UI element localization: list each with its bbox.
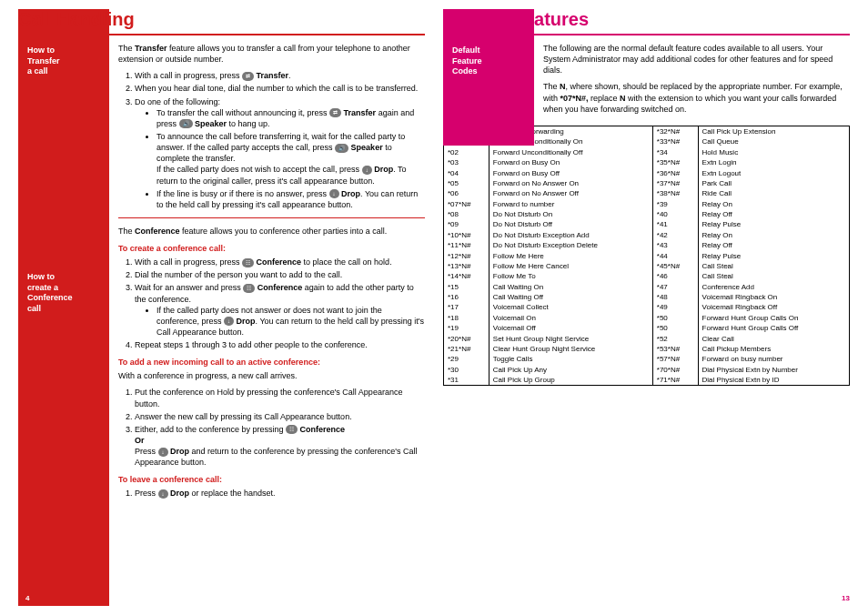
feature-desc: Do Not Disturb Exception Delete xyxy=(489,240,652,250)
side-text: a call xyxy=(27,66,48,76)
feature-desc: Follow Me Here xyxy=(489,250,652,260)
feature-code: *34 xyxy=(652,147,698,157)
feature-code: *17 xyxy=(444,302,490,312)
feature-code: *29 xyxy=(444,354,490,364)
table-row: *04Forward on Busy Off*36*N#Extn Logout xyxy=(444,167,850,177)
table-row: *08Do Not Disturb On*40Relay Off xyxy=(444,209,850,219)
feature-desc: Call Waiting Off xyxy=(489,292,652,302)
transfer-icon: ⇄ xyxy=(242,72,254,81)
feature-code: *12*N# xyxy=(444,250,490,260)
feature-table-wrap: *00Cancel All Forwarding*32*N#Call Pick … xyxy=(443,126,850,386)
feature-code: *44 xyxy=(652,250,698,260)
side-text: Conference xyxy=(27,293,73,302)
table-row: *15Call Waiting On*47Conference Add xyxy=(444,281,850,291)
feature-desc: Forward to number xyxy=(489,198,652,208)
feature-desc: Forward Unconditionally Off xyxy=(489,147,652,157)
feature-desc: Clear Call xyxy=(698,333,849,343)
feature-code: *19 xyxy=(444,323,490,333)
feature-code: *50 xyxy=(652,313,698,323)
feature-desc: Conference Add xyxy=(698,281,849,291)
list-item: With a call in progress, press ⇄ Transfe… xyxy=(135,70,425,81)
conf-leave-heading: To leave a conference call: xyxy=(118,475,425,484)
content-right: The following are the normal default fea… xyxy=(543,43,850,386)
table-row: *02Forward Unconditionally Off*34Hold Mu… xyxy=(444,147,850,157)
feature-code: *32*N# xyxy=(652,126,698,136)
feature-desc: Call Pick Up Group xyxy=(489,375,652,386)
list-item: Put the conference on Hold by pressing t… xyxy=(135,387,425,408)
feature-code: *47 xyxy=(652,281,698,291)
feature-desc: Park Call xyxy=(698,178,849,188)
conference-icon: ☷ xyxy=(242,258,254,267)
feature-code: *57*N# xyxy=(652,354,698,364)
feature-code: *21*N# xyxy=(444,344,490,354)
feature-code: *41 xyxy=(652,219,698,229)
title-row: Call Handling xyxy=(18,9,425,35)
transfer-intro: The Transfer feature allows you to trans… xyxy=(118,43,425,65)
table-row: *12*N#Follow Me Here*44Relay Pulse xyxy=(444,250,850,260)
conf-leave-steps: Press ↓ Drop or replace the handset. xyxy=(118,488,425,499)
page-number-left: 4 xyxy=(25,594,29,602)
conference-icon: ☷ xyxy=(286,425,298,434)
feature-code: *70*N# xyxy=(652,364,698,374)
feature-code: *02 xyxy=(444,147,490,157)
feature-desc: Relay Off xyxy=(698,209,849,219)
table-row: *21*N#Clear Hunt Group Night Service*53*… xyxy=(444,344,850,354)
sidebar-heading-transfer: How to Transfer a call xyxy=(27,45,100,77)
feature-code: *43 xyxy=(652,240,698,250)
conference-icon: ☷ xyxy=(243,284,255,293)
table-row: *17Voicemail Collect*49Voicemail Ringbac… xyxy=(444,302,850,312)
list-item: With a call in progress, press ☷ Confere… xyxy=(135,257,425,267)
drop-icon: ↓ xyxy=(362,166,372,175)
divider xyxy=(118,217,425,218)
feature-desc: Do Not Disturb On xyxy=(489,209,652,219)
table-row: *09Do Not Disturb Off*41Relay Pulse xyxy=(444,219,850,229)
feature-desc: Voicemail Off xyxy=(489,323,652,333)
feature-desc: Follow Me Here Cancel xyxy=(489,261,652,271)
feature-desc: Call Pick Up Any xyxy=(489,364,652,374)
feature-code: *05 xyxy=(444,178,490,188)
list-item: Press ↓ Drop or replace the handset. xyxy=(135,488,425,499)
feature-desc: Call Steal xyxy=(698,261,849,271)
table-row: *07*N#Forward to number*39Relay On xyxy=(444,198,850,208)
feature-code: *36*N# xyxy=(652,167,698,177)
feature-code: *11*N# xyxy=(444,240,490,250)
feature-desc: Forward Hunt Group Calls Off xyxy=(698,323,849,333)
feature-desc: Forward on Busy On xyxy=(489,157,652,167)
list-item: When you hear dial tone, dial the number… xyxy=(135,83,425,94)
feature-desc: Forward on Busy Off xyxy=(489,167,652,177)
list-item: If the line is busy or if there is no an… xyxy=(156,188,425,210)
page-left: Call Handling How to Transfer a call How… xyxy=(18,9,425,606)
page-number-right: 13 xyxy=(842,594,850,602)
feature-code: *48 xyxy=(652,292,698,302)
document-spread: Call Handling How to Transfer a call How… xyxy=(0,0,868,615)
feature-desc: Voicemail Ringback On xyxy=(698,292,849,302)
conf-incoming-steps: Put the conference on Hold by pressing t… xyxy=(118,387,425,468)
conf-incoming-intro: With a conference in progress, a new cal… xyxy=(118,370,425,381)
feature-intro: The following are the normal default fea… xyxy=(543,43,850,76)
feature-desc: Do Not Disturb Exception Add xyxy=(489,230,652,240)
feature-desc: Call Steal xyxy=(698,271,849,281)
table-row: *20*N#Set Hunt Group Night Service*52Cle… xyxy=(444,333,850,343)
list-item: To announce the call before transferring… xyxy=(156,131,425,187)
transfer-icon: ⇄ xyxy=(329,108,341,117)
feature-code: *71*N# xyxy=(652,375,698,386)
side-text: How to xyxy=(27,272,55,281)
feature-code: *45*N# xyxy=(652,261,698,271)
list-item: Do one of the following: To transfer the… xyxy=(135,96,425,210)
content-left: The Transfer feature allows you to trans… xyxy=(118,43,425,499)
feature-desc: Ride Call xyxy=(698,188,849,198)
page-right: System Features Default Feature Codes Th… xyxy=(443,9,850,606)
feature-code: *14*N# xyxy=(444,271,490,281)
side-text: Codes xyxy=(452,66,478,76)
conference-intro: The Conference feature allows you to con… xyxy=(118,226,425,237)
feature-code: *37*N# xyxy=(652,178,698,188)
feature-desc: Follow Me To xyxy=(489,271,652,281)
list-item: Either, add to the conference by pressin… xyxy=(135,424,425,469)
drop-icon: ↓ xyxy=(158,448,168,457)
feature-code: *08 xyxy=(444,209,490,219)
feature-desc: Forward on No Answer On xyxy=(489,178,652,188)
feature-desc: Voicemail Ringback Off xyxy=(698,302,849,312)
table-row: *10*N#Do Not Disturb Exception Add*42Rel… xyxy=(444,230,850,240)
feature-desc: Do Not Disturb Off xyxy=(489,219,652,229)
table-row: *14*N#Follow Me To*46Call Steal xyxy=(444,271,850,281)
